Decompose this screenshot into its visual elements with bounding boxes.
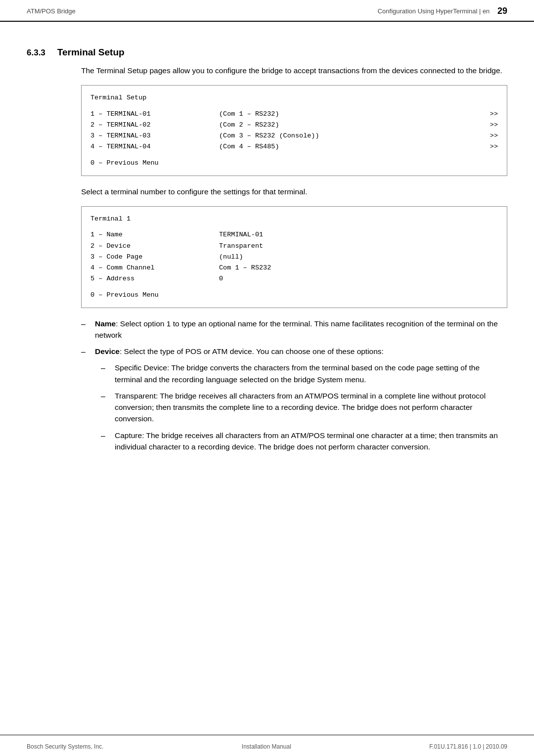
terminal1-key-2: 2 – Device [90, 241, 219, 252]
sub-bullet-text-specific: Specific Device: The bridge converts the… [115, 362, 507, 385]
terminal1-box-title: Terminal 1 [90, 214, 498, 224]
terminal1-value-1: TERMINAL-01 [219, 229, 498, 240]
sub-bullet-list: – Specific Device: The bridge converts t… [81, 362, 507, 457]
bullet-text-device: Device: Select the type of POS or ATM de… [95, 346, 507, 357]
sub-bullet-capture: – Capture: The bridge receives all chara… [101, 430, 507, 453]
terminal1-item-5: 5 – Address 0 [90, 273, 498, 284]
terminal1-item-4: 4 – Comm Channel Com 1 – RS232 [90, 263, 498, 273]
terminal-menu-key-3: 3 – TERMINAL-03 [90, 131, 219, 141]
footer-doc-id: F.01U.171.816 | 1.0 | 2010.09 [429, 743, 507, 750]
sub-bullet-dash-2: – [101, 390, 115, 402]
terminal1-item-2: 2 – Device Transparent [90, 241, 498, 252]
terminal-menu-key-2: 2 – TERMINAL-02 [90, 120, 219, 131]
header-page-number: 29 [497, 6, 507, 16]
terminal-setup-box-title: Terminal Setup [90, 92, 498, 103]
terminal-menu-item-2: 2 – TERMINAL-02 (Com 2 – RS232) >> [90, 120, 498, 131]
terminal-menu-value-3: (Com 3 – RS232 (Console)) [219, 131, 483, 141]
terminal1-item-3: 3 – Code Page (null) [90, 252, 498, 263]
terminal-prev-menu: 0 – Previous Menu [90, 158, 498, 169]
terminal1-prev-menu: 0 – Previous Menu [90, 290, 498, 301]
terminal-menu-arrow-1: >> [483, 109, 498, 120]
terminal1-key-1: 1 – Name [90, 229, 219, 240]
bullet-desc-device: : Select the type of POS or ATM device. … [120, 347, 384, 356]
sub-bullet-text-transparent: Transparent: The bridge receives all cha… [115, 390, 507, 425]
header-section-title: Configuration Using HyperTerminal | en [378, 7, 490, 15]
terminal1-prev-menu-text: 0 – Previous Menu [90, 290, 159, 301]
top-border [0, 21, 534, 22]
page-footer: Bosch Security Systems, Inc. Installatio… [0, 743, 534, 750]
terminal-menu-item-4: 4 – TERMINAL-04 (Com 4 – RS485) >> [90, 141, 498, 152]
terminal1-item-1: 1 – Name TERMINAL-01 [90, 229, 498, 240]
terminal1-value-4: Com 1 – RS232 [219, 263, 498, 273]
bullet-desc-name: : Select option 1 to type an optional na… [95, 319, 498, 339]
terminal-menu-value-1: (Com 1 – RS232) [219, 109, 483, 120]
header-product: ATM/POS Bridge [27, 7, 76, 15]
sub-bullet-text-capture: Capture: The bridge receives all charact… [115, 430, 507, 453]
page-header: ATM/POS Bridge Configuration Using Hyper… [0, 0, 534, 20]
bullet-item-name: – Name: Select option 1 to type an optio… [81, 318, 507, 341]
section-title: Terminal Setup [57, 47, 125, 58]
bullet-list: – Name: Select option 1 to type an optio… [81, 318, 507, 457]
bullet-item-device: – Device: Select the type of POS or ATM … [81, 346, 507, 457]
sub-bullet-transparent: – Transparent: The bridge receives all c… [101, 390, 507, 425]
terminal-menu-item-1: 1 – TERMINAL-01 (Com 1 – RS232) >> [90, 109, 498, 120]
bullet-dash-device: – [81, 346, 95, 358]
sub-bullet-dash-1: – [101, 362, 115, 374]
terminal-menu-arrow-2: >> [483, 120, 498, 131]
terminal-menu-arrow-3: >> [483, 131, 498, 141]
footer-doc-type: Installation Manual [242, 743, 291, 750]
terminal1-value-3: (null) [219, 252, 498, 263]
bullet-dash-name: – [81, 318, 95, 330]
bullet-label-name: Name [95, 319, 116, 328]
terminal-menu-key-1: 1 – TERMINAL-01 [90, 109, 219, 120]
terminal-menu-item-3: 3 – TERMINAL-03 (Com 3 – RS232 (Console)… [90, 131, 498, 141]
terminal1-key-4: 4 – Comm Channel [90, 263, 219, 273]
bullet-text-name: Name: Select option 1 to type an optiona… [95, 318, 507, 341]
terminal-menu-value-4: (Com 4 – RS485) [219, 141, 483, 152]
terminal-setup-box: Terminal Setup 1 – TERMINAL-01 (Com 1 – … [81, 85, 507, 176]
mid-text: Select a terminal number to configure th… [81, 186, 507, 197]
section-header: 6.3.3 Terminal Setup [27, 47, 507, 58]
terminal1-box: Terminal 1 1 – Name TERMINAL-01 2 – Devi… [81, 206, 507, 308]
terminal1-key-3: 3 – Code Page [90, 252, 219, 263]
bullet-label-device: Device [95, 347, 120, 356]
bottom-border [0, 735, 534, 736]
terminal1-value-2: Transparent [219, 241, 498, 252]
terminal-menu-key-4: 4 – TERMINAL-04 [90, 141, 219, 152]
terminal-menu-value-2: (Com 2 – RS232) [219, 120, 483, 131]
sub-bullet-specific: – Specific Device: The bridge converts t… [101, 362, 507, 385]
main-content: 6.3.3 Terminal Setup The Terminal Setup … [0, 20, 534, 502]
terminal1-value-5: 0 [219, 273, 498, 284]
section-number: 6.3.3 [27, 48, 45, 58]
footer-company: Bosch Security Systems, Inc. [27, 743, 103, 750]
intro-text: The Terminal Setup pages allow you to co… [81, 65, 507, 76]
terminal-menu-arrow-4: >> [483, 141, 498, 152]
sub-bullet-dash-3: – [101, 430, 115, 442]
terminal1-key-5: 5 – Address [90, 273, 219, 284]
terminal-prev-menu-text: 0 – Previous Menu [90, 158, 159, 169]
